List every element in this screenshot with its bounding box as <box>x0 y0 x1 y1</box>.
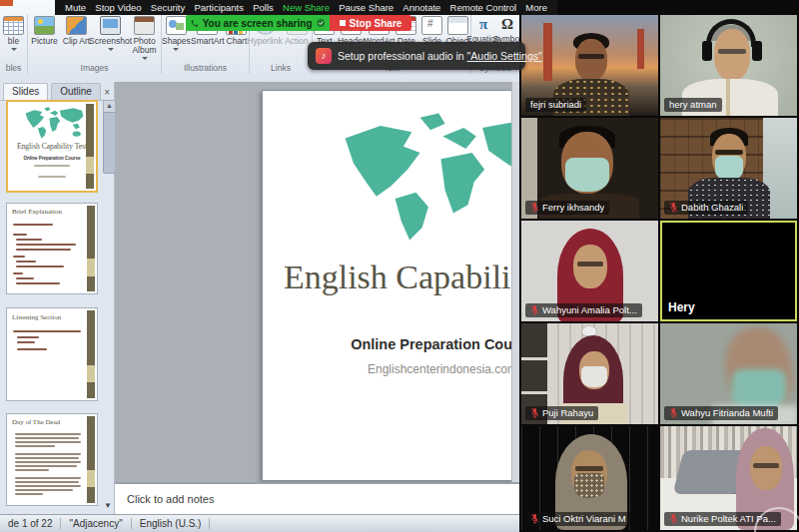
stop-share-button[interactable]: Stop Share <box>330 15 411 31</box>
participant-name-label: Ferry ikhsandy <box>525 201 609 215</box>
toolbar-item-annotate[interactable]: Annotate <box>402 2 440 13</box>
toolbar-item-new-share[interactable]: New Share <box>283 2 330 13</box>
slide-thumbnail-3[interactable]: Listening Section <box>6 307 98 401</box>
slide-thumbnail-4[interactable]: Day of The Dead <box>6 413 98 506</box>
editor-scrollbar[interactable] <box>511 82 519 482</box>
slide-website: Englishcenterindonesia.com <box>263 362 519 376</box>
participant-name-label: Wahyuni Amalia Polt... <box>525 303 642 317</box>
zoom-meeting-toolbar: Mute Stop Video Security Participants Po… <box>55 0 557 15</box>
headphones-icon <box>706 19 756 47</box>
face-mask <box>581 366 607 387</box>
participant-name-label: Dabith Ghazali <box>664 201 748 215</box>
notification-text: Setup professional audio in "Audio Setti… <box>338 50 542 62</box>
muted-mic-icon <box>669 407 678 418</box>
close-icon[interactable]: × <box>104 87 110 100</box>
glasses <box>718 49 746 54</box>
toolbar-item-participants[interactable]: Participants <box>194 2 244 13</box>
muted-mic-icon <box>669 513 678 524</box>
video-tile-dabith-ghazali[interactable]: Dabith Ghazali <box>660 118 797 219</box>
phone-icon <box>191 19 199 28</box>
picture-button[interactable]: Picture <box>30 16 60 63</box>
theme-band <box>87 416 95 503</box>
video-tile-wahyu-fitrianda[interactable]: Wahyu Fitrianda Mufti <box>660 323 797 424</box>
toolbar-item-remote-control[interactable]: Remote Control <box>450 2 517 13</box>
symbol-icon: Ω <box>498 16 517 33</box>
object-icon <box>447 16 468 35</box>
dropdown-arrow-icon <box>173 48 179 54</box>
video-tile-hery-active-speaker[interactable]: Hery <box>660 221 797 321</box>
world-map-graphic <box>331 97 519 257</box>
video-tile-hery-atman[interactable]: hery atman <box>660 15 797 116</box>
photo-album-button[interactable]: Photo Album <box>130 16 160 63</box>
face-mask <box>565 158 609 192</box>
toolbar-item-mute[interactable]: Mute <box>65 2 86 13</box>
video-tile-suci-oktri[interactable]: Suci Oktri Viarani M <box>521 426 658 530</box>
face-mask <box>715 156 743 180</box>
panel-scroll-down-button[interactable]: ▼ <box>102 500 114 512</box>
current-slide[interactable]: English Capability Test Online Preparati… <box>262 90 519 481</box>
status-bar: de 1 of 22 "Adjacency" English (U.S.) <box>0 514 519 532</box>
slide-subtitle: Online Preparation Course <box>263 336 519 352</box>
face-mask <box>574 473 604 498</box>
equation-icon: π <box>474 16 493 33</box>
symbol-button[interactable]: Ω Symbol <box>496 16 518 44</box>
slide-editor-area: English Capability Test Online Preparati… <box>115 82 519 482</box>
tab-outline[interactable]: Outline <box>51 83 101 100</box>
notes-pane[interactable]: Click to add notes <box>115 482 519 514</box>
participant-name-label: Puji Rahayu <box>525 406 598 420</box>
slide-number-icon <box>421 16 442 35</box>
dropdown-arrow-icon <box>108 48 114 54</box>
clip-art-button[interactable]: Clip Art <box>62 16 92 63</box>
participant-name-label: Hery <box>668 300 695 314</box>
toolbar-item-security[interactable]: Security <box>151 2 185 13</box>
toolbar-item-polls[interactable]: Polls <box>253 2 274 13</box>
audio-settings-link[interactable]: "Audio Settings" <box>467 50 542 62</box>
glasses <box>578 54 604 59</box>
video-tile-ferry-ikhsandy[interactable]: Ferry ikhsandy <box>521 118 658 219</box>
audio-settings-notification: ♪ Setup professional audio in "Audio Set… <box>308 42 525 70</box>
screen-sharing-banner: You are screen sharing <box>186 15 330 31</box>
ribbon-group-images: Picture Clip Art Screenshot Photo Album … <box>28 14 162 74</box>
theme-band <box>87 310 95 398</box>
glasses <box>753 463 779 468</box>
table-button[interactable]: ble <box>0 16 27 54</box>
muted-mic-icon <box>530 304 539 315</box>
dropdown-arrow-icon <box>11 48 17 54</box>
screenshot-button[interactable]: Screenshot <box>94 16 128 63</box>
participant-name-label: hery atman <box>664 98 722 112</box>
participant-name-label: Suci Oktri Viarani M <box>525 512 631 526</box>
ribbon-group-tables: ble bles <box>0 14 28 74</box>
participant-name-label: Wahyu Fitrianda Mufti <box>664 406 778 420</box>
glasses <box>715 150 743 155</box>
photo-album-icon <box>134 16 155 35</box>
theme-name: "Adjacency" <box>61 518 131 529</box>
muted-mic-icon <box>530 513 539 524</box>
muted-mic-icon <box>530 202 539 213</box>
toolbar-item-more[interactable]: More <box>525 2 547 13</box>
tab-slides[interactable]: Slides <box>3 83 48 100</box>
video-participants-panel: fejri subriadi hery atman Ferry ikhsandy… <box>519 0 799 532</box>
muted-mic-icon <box>669 202 678 213</box>
slide-thumbnail-2[interactable]: Brief Explanation <box>6 203 98 294</box>
panel-tab-row: Slides Outline × <box>0 82 114 101</box>
muted-mic-icon <box>530 407 539 418</box>
toolbar-item-pause-share[interactable]: Pause Share <box>339 2 394 13</box>
table-icon <box>3 16 24 35</box>
clip-art-icon <box>66 16 87 35</box>
video-tile-puji-rahayu[interactable]: Puji Rahayu <box>521 323 658 424</box>
window-edge-fragment <box>0 0 13 6</box>
slide-thumbnail-1[interactable]: English Capability Test Online Preparati… <box>6 100 98 193</box>
video-tile-fejri-subriadi[interactable]: fejri subriadi <box>521 15 658 116</box>
theme-band <box>86 104 94 189</box>
world-map-thumbnail <box>22 106 84 140</box>
slide-title: English Capability Test <box>263 259 519 296</box>
video-tile-wahyuni-amalia[interactable]: Wahyuni Amalia Polt... <box>521 221 658 321</box>
equation-button[interactable]: π Equation <box>472 16 494 44</box>
shapes-icon <box>166 16 187 35</box>
screenshot-icon <box>100 16 121 35</box>
glasses <box>577 262 603 266</box>
language-indicator[interactable]: English (U.S.) <box>132 518 211 529</box>
participant-name-label: fejri subriadi <box>525 98 586 112</box>
notes-placeholder: Click to add notes <box>127 493 214 505</box>
toolbar-item-stop-video[interactable]: Stop Video <box>95 2 141 13</box>
